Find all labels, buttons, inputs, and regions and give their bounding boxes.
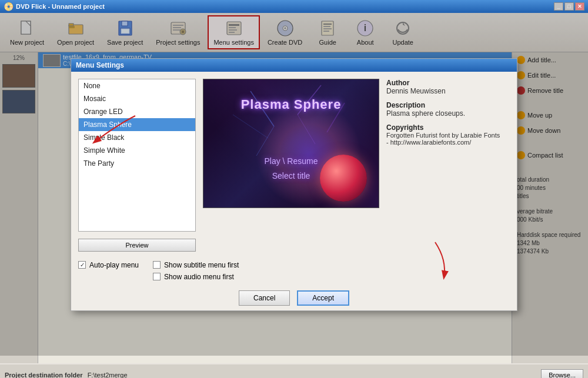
maximize-button[interactable]: □	[564, 2, 574, 11]
copyrights-value: Forgotten Futurist font by Larabie Fonts…	[386, 132, 510, 146]
subtitle-first-label: Show subtitle menu first	[164, 261, 239, 269]
info-area: Author Dennis Meuwissen Description Plas…	[386, 79, 510, 254]
audio-first-checkbox[interactable]	[153, 273, 161, 280]
app-title: DVD Flick - Unnamed project	[16, 3, 105, 10]
browse-button[interactable]: Browse...	[541, 369, 583, 378]
copyrights-label: Copyrights	[386, 123, 510, 132]
auto-play-label: Auto-play menu	[89, 261, 139, 269]
menu-settings-dialog: Menu Settings None Mosaic Orange LED Pla…	[71, 58, 517, 311]
accept-button[interactable]: Accept	[297, 290, 349, 306]
menu-item-plasma-sphere[interactable]: Plasma Sphere	[79, 118, 195, 131]
modal-overlay: Menu Settings None Mosaic Orange LED Pla…	[0, 13, 588, 356]
dialog-titlebar: Menu Settings	[71, 59, 517, 72]
close-button[interactable]: ✕	[575, 2, 584, 11]
menu-item-mosaic[interactable]: Mosaic	[79, 92, 195, 105]
svg-line-38	[233, 115, 268, 138]
preview-button[interactable]: Preview	[78, 239, 196, 252]
auto-play-option[interactable]: Auto-play menu	[78, 261, 139, 269]
dialog-buttons: Cancel Accept	[71, 286, 517, 310]
cancel-button[interactable]: Cancel	[239, 290, 290, 306]
bottom-bar: Project destination folder F:\test2merge…	[0, 363, 588, 378]
description-value: Plasma sphere closeups.	[386, 109, 510, 118]
preview-area: Plasma Sphere Play \ Resume Select title	[203, 79, 379, 208]
dialog-title: Menu Settings	[76, 61, 124, 69]
dialog-body: None Mosaic Orange LED Plasma Sphere Sim…	[71, 72, 517, 261]
author-label: Author	[386, 79, 510, 87]
auto-play-checkbox[interactable]	[78, 261, 86, 269]
audio-first-option[interactable]: Show audio menu first	[153, 273, 239, 281]
description-label: Description	[386, 101, 510, 109]
subtitle-first-option[interactable]: Show subtitle menu first	[153, 261, 239, 269]
menu-item-orange-led[interactable]: Orange LED	[79, 105, 195, 118]
title-bar: 📀 DVD Flick - Unnamed project _ □ ✕	[0, 0, 588, 13]
left-section: None Mosaic Orange LED Plasma Sphere Sim…	[78, 79, 196, 254]
author-value: Dennis Meuwissen	[386, 87, 510, 95]
menu-item-none[interactable]: None	[79, 79, 195, 92]
preview-title: Plasma Sphere	[203, 97, 379, 112]
svg-line-35	[256, 126, 274, 156]
project-folder-path: F:\test2merge	[88, 372, 537, 378]
menu-item-simple-white[interactable]: Simple White	[79, 144, 195, 157]
menu-list: None Mosaic Orange LED Plasma Sphere Sim…	[78, 79, 196, 232]
preview-btn-wrap: Preview	[78, 236, 196, 254]
menu-item-simple-black[interactable]: Simple Black	[79, 131, 195, 144]
options-area: Auto-play menu Show subtitle menu first …	[71, 261, 517, 286]
preview-menu: Play \ Resume Select title	[203, 154, 379, 183]
project-folder-label: Project destination folder	[5, 372, 83, 378]
menu-item-the-party[interactable]: The Party	[79, 157, 195, 170]
app-icon: 📀	[4, 2, 14, 11]
minimize-button[interactable]: _	[554, 2, 563, 11]
subtitle-first-checkbox[interactable]	[153, 261, 161, 269]
audio-first-label: Show audio menu first	[164, 273, 234, 281]
svg-line-37	[298, 115, 315, 144]
